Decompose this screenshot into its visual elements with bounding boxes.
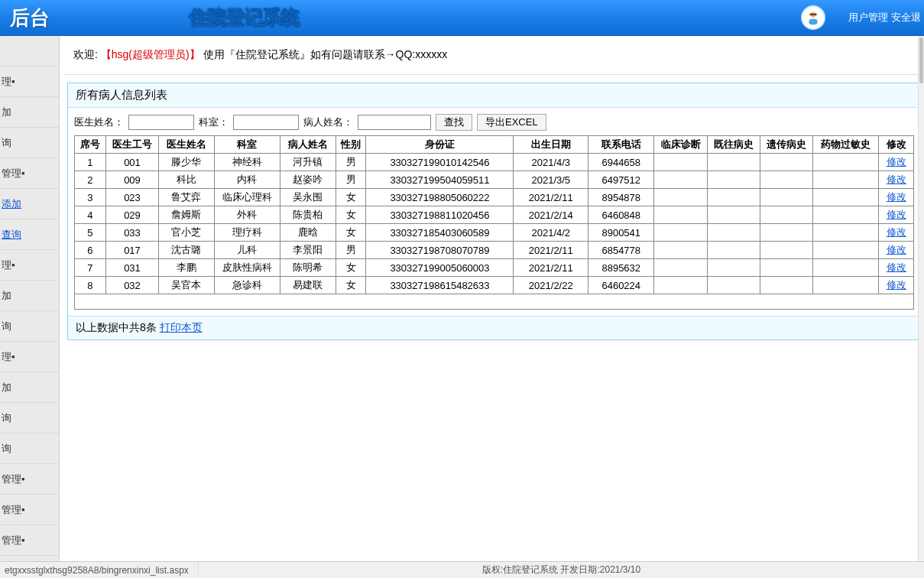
table-cell: 河升镇 [280,154,336,171]
column-header: 联系电话 [588,136,654,154]
table-row-empty [75,294,914,310]
sidebar-item-2[interactable]: 加 [0,97,59,128]
table-cell: 1 [75,154,106,171]
sidebar-item-4[interactable]: 管理▪ [0,158,59,189]
modify-link[interactable]: 修改 [887,279,906,291]
sidebar-item-13[interactable]: 询 [0,434,59,464]
patient-table: 席号医生工号医生姓名科室病人姓名性别身份证出生日期联系电话临床诊断既往病史遗传病… [74,135,914,310]
search-button[interactable]: 查找 [436,114,472,131]
table-cell: 5 [75,224,106,242]
table-cell: 8900541 [588,224,654,242]
table-cell [707,242,760,259]
table-cell: 修改 [879,154,914,171]
table-cell [760,259,812,277]
table-cell: 修改 [879,206,914,224]
sidebar-item-8[interactable]: 加 [0,281,59,311]
table-cell [813,242,879,259]
table-cell: 鹿晗 [280,224,336,242]
sidebar-item-1[interactable]: 理▪ [0,67,59,97]
welcome-prefix: 欢迎: [73,48,98,60]
table-row: 5033官小芝理疗科鹿晗女3303271854030605892021/4/28… [75,224,914,242]
table-cell: 3 [75,189,106,206]
sidebar-item-12[interactable]: 询 [0,403,59,434]
dept-label: 科室： [199,115,229,129]
modify-link[interactable]: 修改 [887,191,906,203]
sidebar-item-9[interactable]: 询 [0,311,59,342]
table-cell: 男 [336,171,366,189]
table-cell [813,277,879,294]
sidebar-item-3[interactable]: 询 [0,128,59,158]
modify-link[interactable]: 修改 [887,244,906,255]
safe-exit-link[interactable]: 安全退 [891,11,921,23]
patient-name-input[interactable] [358,115,431,130]
table-cell [707,259,760,277]
filter-row: 医生姓名： 科室： 病人姓名： 查找 导出EXCEL [74,114,914,131]
table-cell [654,171,707,189]
table-cell: 6460848 [588,206,654,224]
table-cell: 032 [105,277,158,294]
table-cell: 女 [336,224,366,242]
sidebar: 理▪加询管理▪添加查询理▪加询理▪加询询管理▪管理▪管理▪ [0,36,60,561]
export-excel-button[interactable]: 导出EXCEL [477,114,546,131]
sidebar-item-10[interactable]: 理▪ [0,342,59,372]
column-header: 出生日期 [514,136,588,154]
sidebar-item-0[interactable] [0,36,59,67]
table-cell: 2021/2/22 [514,277,588,294]
avatar-icon[interactable] [801,5,825,30]
table-cell: 7 [75,259,106,277]
column-header: 临床诊断 [654,136,707,154]
table-cell [760,189,812,206]
sidebar-item-7[interactable]: 理▪ [0,250,59,281]
table-cell [654,189,707,206]
table-cell: 詹姆斯 [159,206,215,224]
table-cell [813,259,879,277]
table-cell: 修改 [879,242,914,259]
table-cell: 内科 [214,171,280,189]
modify-link[interactable]: 修改 [887,174,906,185]
table-cell: 急诊科 [214,277,280,294]
table-cell: 修改 [879,224,914,242]
column-header: 遗传病史 [760,136,812,154]
table-cell [707,206,760,224]
table-cell: 外科 [214,206,280,224]
table-cell [654,259,707,277]
column-header: 修改 [879,136,914,154]
table-cell [654,224,707,242]
table-cell: 031 [105,259,158,277]
table-cell: 吴永围 [280,189,336,206]
modify-link[interactable]: 修改 [887,209,906,220]
modify-link[interactable]: 修改 [887,261,906,273]
sidebar-item-6[interactable]: 查询 [0,219,59,250]
sidebar-item-16[interactable]: 管理▪ [0,525,59,556]
doctor-name-input[interactable] [128,115,194,130]
modify-link[interactable]: 修改 [887,226,906,238]
table-row: 4029詹姆斯外科陈贵柏女3303271988110204562021/2/14… [75,206,914,224]
table-cell [760,154,812,171]
table-cell: 6 [75,242,106,259]
status-url: etgxxsstglxthsg9258A8/bingrenxinxi_list.… [0,562,199,578]
sidebar-item-15[interactable]: 管理▪ [0,495,59,525]
table-cell: 沈古璐 [159,242,215,259]
table-cell: 330327199504059511 [366,171,514,189]
svg-rect-1 [809,19,818,24]
table-cell: 2021/2/11 [514,189,588,206]
column-header: 医生姓名 [159,136,215,154]
print-page-link[interactable]: 打印本页 [160,321,203,333]
sidebar-item-11[interactable]: 加 [0,372,59,403]
user-mgmt-link[interactable]: 用户管理 [848,11,888,23]
scrollbar[interactable] [918,36,924,561]
welcome-user: 【hsg(超级管理员)】 [101,48,200,60]
table-cell: 男 [336,154,366,171]
modify-link[interactable]: 修改 [887,156,906,167]
table-cell [813,189,879,206]
table-cell: 6460224 [588,277,654,294]
panel-footer: 以上数据中共8条 打印本页 [68,316,920,339]
table-cell: 理疗科 [214,224,280,242]
sidebar-item-5[interactable]: 添加 [0,189,59,219]
table-cell: 2021/2/11 [514,259,588,277]
patient-list-panel: 所有病人信息列表 医生姓名： 科室： 病人姓名： 查找 导出EXCEL 席号医生… [67,83,921,340]
table-cell: 李景阳 [280,242,336,259]
dept-input[interactable] [233,115,299,130]
sidebar-item-14[interactable]: 管理▪ [0,464,59,495]
table-cell: 女 [336,206,366,224]
